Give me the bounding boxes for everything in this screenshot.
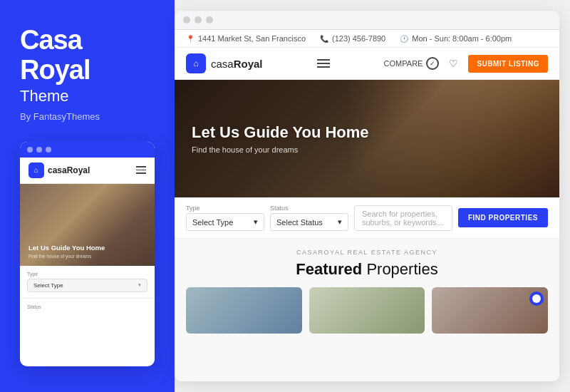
mini-hero-text: Let Us Guide You Home Find the house of …	[28, 244, 146, 258]
mini-browser-card: ⌂ casaRoyal Let Us Guide You Home Find t…	[20, 142, 155, 366]
mini-dot-1	[27, 147, 33, 153]
property-badge	[529, 292, 544, 306]
mini-type-label: Type	[27, 272, 147, 277]
mini-dot-3	[46, 147, 51, 153]
main-nav: ⌂ casaRoyal COMPARE ✓ ♡ SUBMIT LISTING	[175, 48, 559, 80]
mini-logo-text: casaRoyal	[48, 165, 90, 175]
hero-title: Let Us Guide You Home	[192, 123, 369, 142]
nav-logo-icon: ⌂	[186, 53, 206, 73]
mini-status-area: Status	[20, 299, 155, 317]
search-bar: Type Select Type ▾ Status Select Status …	[175, 197, 559, 239]
type-select-wrapper: Type Select Type ▾	[186, 205, 264, 231]
mini-hamburger-icon[interactable]	[136, 166, 146, 174]
mini-search-area: Type Select Type ▾	[20, 266, 155, 299]
right-panel: 📍 1441 Market St, San Francisco 📞 (123) …	[175, 0, 570, 392]
status-select[interactable]: Select Status ▾	[270, 213, 348, 231]
keyword-search-input[interactable]: Search for properties, suburbs, or keywo…	[354, 205, 452, 231]
type-placeholder: Select Type	[192, 218, 233, 227]
hours-text: Mon - Sun: 8:00am - 6:00pm	[412, 34, 512, 43]
nav-hamburger-icon[interactable]	[317, 59, 330, 68]
nav-logo-text: casaRoyal	[211, 58, 263, 70]
type-label: Type	[186, 205, 264, 212]
phone-item: 📞 (123) 456-7890	[320, 34, 385, 43]
top-info-bar: 📍 1441 Market St, San Francisco 📞 (123) …	[175, 30, 559, 48]
property-card-1[interactable]	[186, 287, 302, 334]
type-select[interactable]: Select Type ▾	[186, 213, 264, 231]
hours-item: 🕐 Mon - Sun: 8:00am - 6:00pm	[400, 34, 512, 43]
mini-type-select[interactable]: Select Type ▾	[27, 279, 147, 292]
large-dot-1	[183, 16, 190, 24]
status-label: Status	[270, 205, 348, 212]
property-card-2[interactable]	[309, 287, 425, 334]
mini-status-label: Status	[27, 304, 147, 309]
status-chevron-icon: ▾	[338, 217, 342, 227]
mini-navbar: ⌂ casaRoyal	[20, 158, 155, 184]
large-dot-2	[195, 16, 202, 24]
phone-icon: 📞	[320, 35, 328, 43]
compare-label: COMPARE	[384, 59, 423, 68]
compare-button[interactable]: COMPARE ✓	[384, 57, 440, 70]
large-browser: 📍 1441 Market St, San Francisco 📞 (123) …	[175, 11, 559, 381]
mini-logo: ⌂ casaRoyal	[28, 163, 90, 178]
badge-inner	[532, 294, 541, 303]
search-placeholder: Search for properties, suburbs, or keywo…	[362, 210, 443, 227]
agency-label: CASAROYAL REAL ESTATE AGENCY	[186, 249, 548, 256]
bottom-section: CASAROYAL REAL ESTATE AGENCY Featured Pr…	[175, 239, 559, 381]
phone-text: (123) 456-7890	[332, 34, 385, 43]
status-placeholder: Select Status	[276, 218, 323, 227]
mini-hero: Let Us Guide You Home Find the house of …	[20, 184, 155, 266]
brand-by: By FantasyThemes	[20, 111, 155, 122]
mini-titlebar	[20, 142, 155, 158]
property-cards	[186, 287, 548, 334]
submit-listing-button[interactable]: SUBMIT LISTING	[468, 55, 548, 73]
wishlist-icon[interactable]: ♡	[449, 58, 458, 69]
compare-circle-icon: ✓	[426, 57, 439, 70]
nav-logo: ⌂ casaRoyal	[186, 53, 263, 73]
hero-content: Let Us Guide You Home Find the house of …	[175, 123, 386, 154]
mini-dot-2	[36, 147, 42, 153]
address-text: 1441 Market St, San Francisco	[198, 34, 306, 43]
large-dot-3	[206, 16, 213, 24]
large-titlebar	[175, 11, 559, 30]
hero-section: Let Us Guide You Home Find the house of …	[175, 80, 559, 197]
mini-chevron-icon: ▾	[138, 282, 141, 288]
status-select-wrapper: Status Select Status ▾	[270, 205, 348, 231]
clock-icon: 🕐	[400, 35, 408, 43]
hero-subtitle: Find the house of your dreams	[192, 145, 369, 154]
address-item: 📍 1441 Market St, San Francisco	[186, 34, 306, 43]
mini-hero-title: Let Us Guide You Home	[28, 244, 146, 252]
mini-logo-icon: ⌂	[28, 163, 44, 178]
property-card-3[interactable]	[432, 287, 548, 334]
brand-subtitle: Theme	[20, 87, 155, 105]
brand-title: Casa Royal	[20, 26, 155, 86]
nav-right: COMPARE ✓ ♡ SUBMIT LISTING	[384, 55, 548, 73]
type-chevron-icon: ▾	[254, 217, 258, 227]
location-icon: 📍	[186, 35, 195, 43]
featured-title: Featured Properties	[186, 260, 548, 279]
find-properties-button[interactable]: FIND PROPERTIES	[458, 208, 548, 227]
left-panel: Casa Royal Theme By FantasyThemes ⌂ casa…	[0, 0, 175, 392]
mini-hero-subtitle: Find the house of your dreams	[28, 254, 146, 259]
